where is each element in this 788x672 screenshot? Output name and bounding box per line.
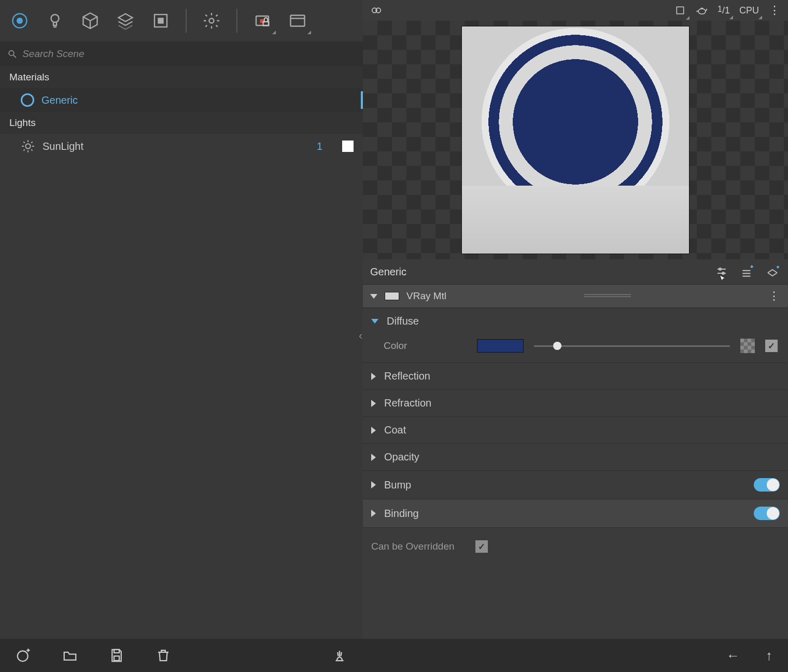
section-reflection: Reflection <box>363 363 788 390</box>
section-binding-header[interactable]: Binding <box>363 499 788 527</box>
collapse-icon <box>371 319 378 324</box>
section-opacity-header[interactable]: Opacity <box>363 444 788 470</box>
geometry-tab-icon[interactable] <box>80 10 101 31</box>
add-asset-icon[interactable] <box>16 648 31 663</box>
expand-type-icon[interactable] <box>370 294 377 299</box>
svg-point-19 <box>698 9 706 14</box>
section-title: Refraction <box>384 397 431 409</box>
preview-ratio[interactable]: 1/1 <box>717 5 730 16</box>
preview-render <box>461 26 689 254</box>
preview-shape-icon[interactable] <box>674 4 686 17</box>
binding-toggle[interactable] <box>754 507 780 520</box>
delete-icon[interactable] <box>156 648 171 663</box>
sun-icon <box>21 139 35 153</box>
material-type-swatch <box>385 292 399 300</box>
material-type-name: VRay Mtl <box>406 290 446 302</box>
section-title: Bump <box>384 479 411 491</box>
overridden-row: Can be Overridden <box>363 528 788 565</box>
svg-rect-18 <box>677 7 683 13</box>
purge-icon[interactable] <box>332 648 347 663</box>
diffuse-color-swatch[interactable] <box>477 339 524 353</box>
material-list-item[interactable]: Generic <box>0 88 363 112</box>
layers-tab-icon[interactable] <box>115 10 136 31</box>
add-to-scene-icon[interactable] <box>766 265 781 278</box>
expand-icon <box>371 427 376 434</box>
collapse-mid-icon[interactable]: ‹ <box>359 329 362 343</box>
search-bar <box>0 41 363 66</box>
expand-icon <box>371 400 376 407</box>
diffuse-texture-icon[interactable] <box>740 339 755 353</box>
section-title: Opacity <box>384 451 419 463</box>
svg-point-12 <box>25 144 30 148</box>
section-reflection-header[interactable]: Reflection <box>363 363 788 389</box>
textures-tab-icon[interactable] <box>150 10 171 31</box>
grip-icon[interactable] <box>454 294 761 298</box>
expand-icon <box>371 481 376 488</box>
expand-icon <box>371 510 376 517</box>
preview-link-icon[interactable] <box>370 4 383 17</box>
section-bump: Bump <box>363 471 788 499</box>
section-diffuse-header[interactable]: Diffuse <box>363 308 788 334</box>
add-layer-icon[interactable] <box>740 265 754 278</box>
toolbar-separator <box>186 9 187 33</box>
section-title: Reflection <box>384 370 430 382</box>
svg-rect-4 <box>159 19 163 23</box>
light-name: SunLight <box>43 141 309 152</box>
overridden-label: Can be Overridden <box>371 541 455 552</box>
lights-header: Lights <box>0 112 363 134</box>
up-icon[interactable]: ↑ <box>766 648 772 664</box>
section-coat-header[interactable]: Coat <box>363 417 788 443</box>
open-folder-icon[interactable] <box>62 648 78 663</box>
diffuse-enable-check[interactable] <box>765 340 778 352</box>
svg-line-11 <box>13 55 16 58</box>
back-icon[interactable]: ← <box>726 648 740 664</box>
scene-panel: ‹ <box>0 0 363 672</box>
overridden-check[interactable] <box>475 540 488 553</box>
material-type-row[interactable]: VRay Mtl ⋮ <box>363 284 788 308</box>
section-title: Binding <box>384 508 419 520</box>
svg-point-1 <box>17 18 23 24</box>
lights-tab-icon[interactable] <box>45 10 65 31</box>
svg-rect-15 <box>114 656 119 661</box>
materials-tab-icon[interactable] <box>9 10 30 31</box>
material-type-menu-icon[interactable]: ⋮ <box>768 289 781 303</box>
materials-header: Materials <box>0 66 363 88</box>
section-title: Diffuse <box>387 315 419 327</box>
material-title: Generic <box>370 266 406 278</box>
toolbar-separator <box>236 9 237 33</box>
svg-rect-8 <box>291 16 305 26</box>
svg-point-21 <box>719 268 721 270</box>
expand-icon <box>371 373 376 380</box>
svg-rect-14 <box>114 650 119 653</box>
diffuse-color-label: Color <box>384 340 467 352</box>
preview-engine[interactable]: CPU <box>739 5 759 16</box>
light-color-chip[interactable] <box>342 141 354 152</box>
svg-point-23 <box>722 272 724 274</box>
material-name: Generic <box>41 94 354 106</box>
teapot-icon[interactable] <box>696 4 708 17</box>
diffuse-color-row: Color <box>363 334 788 362</box>
scene-toolbar <box>0 0 363 41</box>
save-icon[interactable] <box>109 648 124 663</box>
diffuse-slider[interactable] <box>534 340 730 352</box>
section-refraction-header[interactable]: Refraction <box>363 390 788 416</box>
scene-list: Materials Generic Lights SunLight 1 <box>0 66 363 639</box>
light-list-item[interactable]: SunLight 1 <box>0 134 363 159</box>
settings-icon[interactable] <box>201 10 222 31</box>
section-bump-header[interactable]: Bump <box>363 471 788 499</box>
section-title: Coat <box>384 424 406 436</box>
expand-icon <box>371 454 376 461</box>
frame-buffer-icon[interactable] <box>287 10 308 31</box>
preview-menu-icon[interactable]: ⋮ <box>768 4 781 17</box>
slider-thumb[interactable] <box>553 342 561 350</box>
section-opacity: Opacity <box>363 444 788 471</box>
material-properties: Diffuse Color Reflection <box>363 308 788 565</box>
scene-footer-toolbar <box>0 639 363 672</box>
options-icon[interactable] <box>715 265 728 278</box>
material-swatch-icon <box>21 93 34 107</box>
bump-toggle[interactable] <box>754 478 780 492</box>
render-icon[interactable] <box>252 10 273 31</box>
svg-point-10 <box>9 51 14 56</box>
search-input[interactable] <box>22 48 356 60</box>
light-count: 1 <box>317 141 322 152</box>
